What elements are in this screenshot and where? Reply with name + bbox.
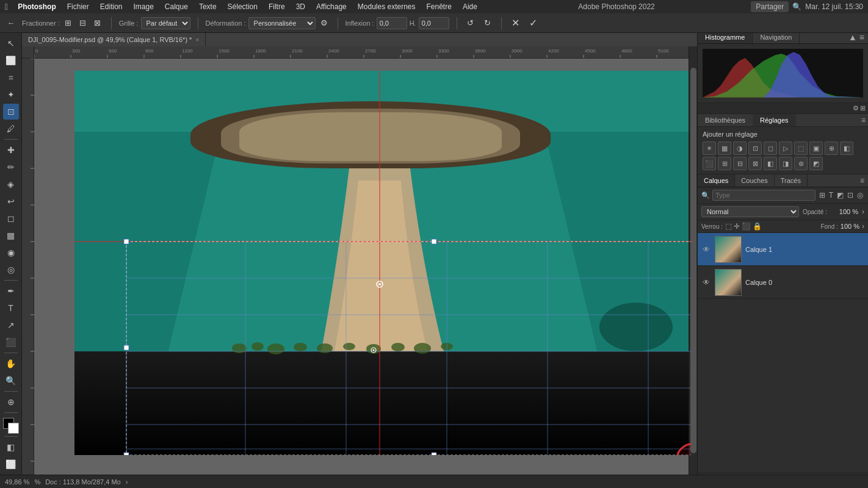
rotate-cw-btn[interactable]: ↻ xyxy=(482,17,494,29)
tool-eyedropper[interactable]: 🖊 xyxy=(3,121,19,137)
tool-hand[interactable]: ✋ xyxy=(3,356,19,371)
apple-icon[interactable]:  xyxy=(5,2,8,12)
calques-menu[interactable]: ≡ xyxy=(860,176,864,185)
reglage-exposure[interactable]: ⊡ xyxy=(748,142,762,155)
tool-screen-mode[interactable]: ⬜ xyxy=(3,456,19,472)
tab-navigation[interactable]: Navigation xyxy=(753,31,800,43)
histogram-warning-icon[interactable]: ▲ xyxy=(848,32,857,42)
reglages-menu-icon[interactable]: ≡ xyxy=(861,116,866,124)
menu-aide[interactable]: Aide xyxy=(458,1,482,12)
reglage-selective-color[interactable]: ⊟ xyxy=(733,157,747,170)
menu-edition[interactable]: Edition xyxy=(95,1,128,12)
grille-select[interactable]: Par défaut xyxy=(141,17,190,29)
tab-traces[interactable]: Tracés xyxy=(775,174,808,187)
tool-text[interactable]: T xyxy=(3,300,19,316)
deformation-select[interactable]: Personnalisée xyxy=(248,17,316,29)
calques-search-input[interactable] xyxy=(712,190,816,201)
menu-filtre[interactable]: Filtre xyxy=(264,1,290,12)
reglage-levels[interactable]: ▦ xyxy=(718,142,731,155)
tool-marquee-rect[interactable]: ⬜ xyxy=(3,52,19,68)
filter-attr[interactable]: ⊡ xyxy=(846,190,855,200)
tool-blur[interactable]: ◉ xyxy=(3,245,19,260)
reglage-solid-color[interactable]: ⊛ xyxy=(794,157,808,170)
rotate-ccw-btn[interactable]: ↺ xyxy=(465,17,477,29)
tool-dodge[interactable]: ◎ xyxy=(3,262,19,278)
layer-visibility-calque1[interactable]: 👁 xyxy=(701,245,711,254)
lock-pixels[interactable]: ⬚ xyxy=(725,222,732,231)
reglage-curves[interactable]: ◑ xyxy=(733,142,747,155)
menu-calque[interactable]: Calque xyxy=(160,1,193,12)
reglage-gradient-map[interactable]: ⊞ xyxy=(718,157,731,170)
tool-move[interactable]: ↖ xyxy=(3,35,19,51)
tool-clone[interactable]: ◈ xyxy=(3,176,19,192)
fractionner-btn-3[interactable]: ⊠ xyxy=(92,17,104,29)
background-color[interactable] xyxy=(8,423,19,434)
tool-shape[interactable]: ⬛ xyxy=(3,334,19,350)
menu-affichage[interactable]: Affichage xyxy=(311,1,352,12)
tool-eraser[interactable]: ◻ xyxy=(3,210,19,226)
layer-visibility-calque0[interactable]: 👁 xyxy=(701,278,711,287)
fractionner-btn-1[interactable]: ⊞ xyxy=(62,17,74,29)
menu-fenetre[interactable]: Fenêtre xyxy=(422,1,457,12)
reglage-colorbalance[interactable]: ▣ xyxy=(809,142,823,155)
tool-lasso[interactable]: ⌗ xyxy=(3,70,19,85)
tool-gradient[interactable]: ▦ xyxy=(3,228,19,243)
reglage-invert[interactable]: ◧ xyxy=(764,157,777,170)
panel-icon-settings[interactable]: ⚙ xyxy=(853,104,859,112)
fond-arrow[interactable]: › xyxy=(862,222,864,231)
tool-magic-wand[interactable]: ✦ xyxy=(3,87,19,102)
tab-calques[interactable]: Calques xyxy=(698,174,735,187)
tool-path-select[interactable]: ↗ xyxy=(3,317,19,333)
reglage-channel-mix[interactable]: ⊠ xyxy=(748,157,762,170)
tool-history-brush[interactable]: ↩ xyxy=(3,193,19,209)
tab-reglages[interactable]: Réglages xyxy=(753,114,795,126)
menu-3d[interactable]: 3D xyxy=(291,1,310,12)
layer-item-calque0[interactable]: 👁 Calque 0 xyxy=(698,266,868,299)
reglage-posterize[interactable]: ⬛ xyxy=(703,157,716,170)
menu-texte[interactable]: Texte xyxy=(194,1,222,12)
lock-position[interactable]: ✛ xyxy=(734,222,740,231)
blend-mode-select[interactable]: Normal xyxy=(701,206,799,217)
tool-brush[interactable]: ✏ xyxy=(3,159,19,175)
reglage-brightness[interactable]: ☀ xyxy=(703,142,716,155)
panel-icon-toggle[interactable]: ⊞ xyxy=(860,104,866,112)
reglage-photo-filter[interactable]: ◨ xyxy=(779,157,792,170)
back-button[interactable]: ← xyxy=(5,17,17,29)
document-tab[interactable]: DJI_0095-Modifier.psd @ 49,9% (Calque 1,… xyxy=(22,33,206,46)
color-swatch[interactable] xyxy=(3,418,19,434)
reglage-brightnesscontrast[interactable]: ⊕ xyxy=(825,142,838,155)
menu-selection[interactable]: Sélection xyxy=(223,1,262,12)
cancel-transform-btn[interactable]: ✕ xyxy=(512,17,519,29)
opacity-arrow[interactable]: › xyxy=(862,207,864,216)
filter-effect[interactable]: T xyxy=(828,190,834,200)
tab-close-btn[interactable]: × xyxy=(195,37,199,43)
reglage-vibrance[interactable]: ◻ xyxy=(764,142,777,155)
tool-quick-mask[interactable]: ◧ xyxy=(3,439,19,455)
layer-item-calque1[interactable]: 👁 Calque 1 xyxy=(698,233,868,266)
h-input[interactable] xyxy=(419,17,449,29)
menu-image[interactable]: Image xyxy=(129,1,159,12)
filter-color[interactable]: ◎ xyxy=(856,190,864,200)
accept-transform-btn[interactable]: ✓ xyxy=(529,17,537,29)
reglage-hsl[interactable]: ▷ xyxy=(779,142,792,155)
filter-kind[interactable]: ⊞ xyxy=(818,190,826,200)
app-name[interactable]: Photoshop xyxy=(13,1,61,12)
search-icon[interactable]: 🔍 xyxy=(792,2,801,11)
filter-mode[interactable]: ◩ xyxy=(836,190,845,200)
tab-histogramme[interactable]: Histogramme xyxy=(698,31,753,43)
tool-healing[interactable]: ✚ xyxy=(3,142,19,158)
reglage-threshold[interactable]: ◧ xyxy=(840,142,853,155)
tab-couches[interactable]: Couches xyxy=(735,174,774,187)
tool-pen[interactable]: ✒ xyxy=(3,283,19,299)
share-button[interactable]: Partager xyxy=(751,1,789,12)
tool-extra-1[interactable]: ⊕ xyxy=(3,394,19,410)
lock-artboard[interactable]: ⬛ xyxy=(742,222,751,231)
canvas-viewport[interactable]: 2 1 xyxy=(34,59,697,475)
tool-zoom[interactable]: 🔍 xyxy=(3,373,19,389)
histogram-menu-icon[interactable]: ≡ xyxy=(859,32,864,42)
reglage-bw[interactable]: ⬚ xyxy=(794,142,808,155)
menu-fichier[interactable]: Fichier xyxy=(62,1,94,12)
lock-all[interactable]: 🔒 xyxy=(753,222,762,231)
deformation-settings[interactable]: ⚙ xyxy=(318,17,330,29)
inflexion-input[interactable] xyxy=(377,17,407,29)
